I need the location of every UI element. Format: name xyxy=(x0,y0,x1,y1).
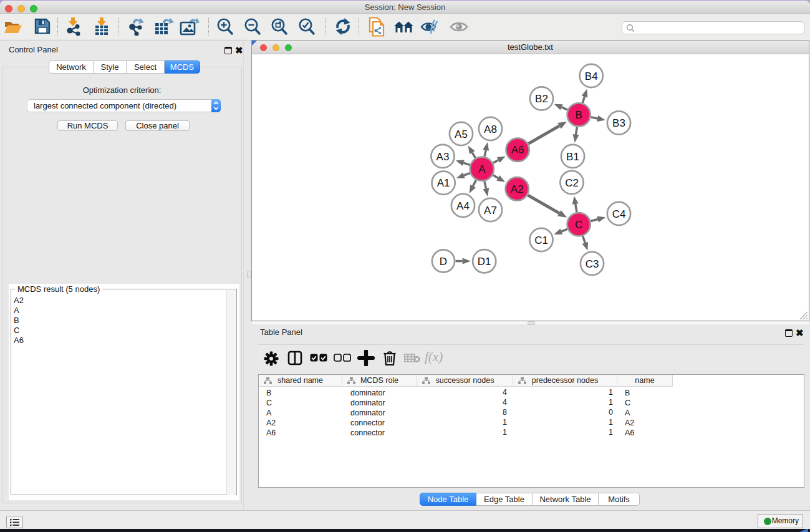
svg-text:C3: C3 xyxy=(586,258,599,270)
svg-text:B2: B2 xyxy=(535,93,548,105)
svg-text:A4: A4 xyxy=(456,200,470,212)
svg-text:A5: A5 xyxy=(455,128,468,140)
svg-text:B4: B4 xyxy=(585,70,598,82)
svg-text:C: C xyxy=(575,219,582,231)
svg-text:D1: D1 xyxy=(478,256,491,268)
svg-text:B: B xyxy=(576,109,582,121)
svg-text:B1: B1 xyxy=(566,151,579,163)
svg-text:A6: A6 xyxy=(511,144,524,156)
svg-text:C2: C2 xyxy=(565,177,579,189)
svg-text:C1: C1 xyxy=(534,235,548,246)
svg-text:A2: A2 xyxy=(511,183,524,195)
svg-text:B3: B3 xyxy=(612,117,625,129)
svg-text:A3: A3 xyxy=(436,151,450,163)
svg-text:C4: C4 xyxy=(612,208,626,220)
svg-text:A1: A1 xyxy=(437,177,450,189)
svg-text:A8: A8 xyxy=(484,123,497,135)
svg-text:A: A xyxy=(478,163,486,175)
svg-text:D: D xyxy=(440,256,447,268)
svg-text:A7: A7 xyxy=(484,205,497,216)
